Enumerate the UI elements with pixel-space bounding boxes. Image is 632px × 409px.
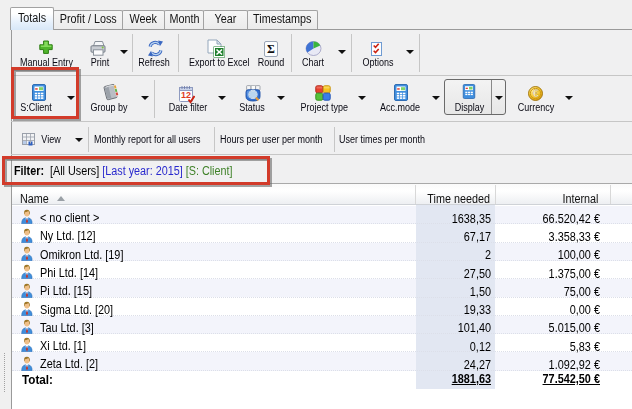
svg-text:12: 12 [181,90,191,100]
svg-text:Σ: Σ [267,42,275,56]
svg-text:€: € [533,87,539,99]
